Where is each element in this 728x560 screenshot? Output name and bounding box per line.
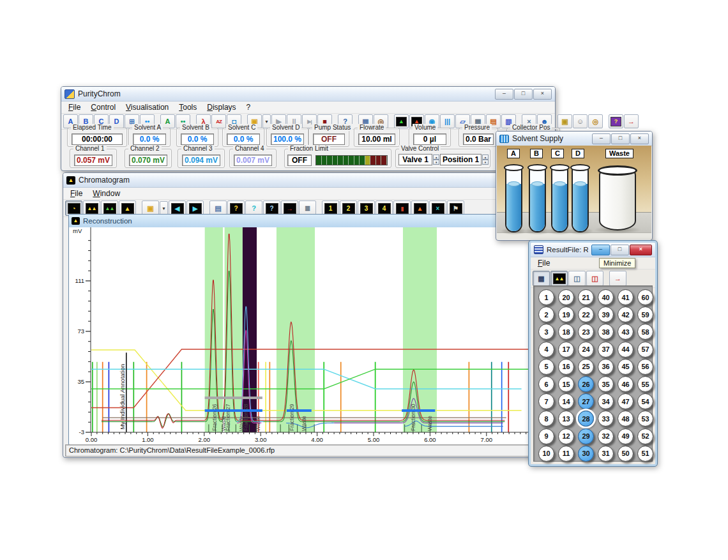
load-vials-button[interactable]: ◫	[568, 271, 586, 286]
vial-22[interactable]: 22	[578, 306, 594, 322]
vial-19[interactable]: 19	[558, 306, 574, 322]
menu-displays[interactable]: Displays	[202, 103, 240, 112]
vial-59[interactable]: 59	[637, 306, 653, 322]
vial-56[interactable]: 56	[637, 359, 653, 375]
valve-spinner[interactable]: ▴▾	[433, 155, 439, 165]
lock-button[interactable]: ▣	[557, 114, 572, 128]
vial-3[interactable]: 3	[538, 324, 554, 340]
vial-33[interactable]: 33	[598, 411, 614, 427]
vial-31[interactable]: 31	[598, 446, 614, 462]
menu-file[interactable]: File	[66, 189, 87, 198]
resultfile-titlebar[interactable]: ResultFile: ResultFile... –□×	[531, 243, 655, 257]
vial-13[interactable]: 13	[558, 411, 574, 427]
vial-6[interactable]: 6	[538, 376, 554, 392]
vial-48[interactable]: 48	[618, 411, 633, 427]
vial-40[interactable]: 40	[598, 289, 614, 305]
vial-50[interactable]: 50	[618, 446, 633, 462]
chromatogram-view-button[interactable]: ▲▲	[550, 271, 568, 286]
vial-54[interactable]: 54	[637, 393, 653, 409]
vial-2[interactable]: 2	[538, 306, 554, 322]
vial-14[interactable]: 14	[558, 393, 574, 409]
help-book-button[interactable]: ?	[609, 114, 623, 128]
add-vials-button[interactable]: ◫	[586, 271, 603, 286]
vial-60[interactable]: 60	[637, 289, 653, 305]
search-folder-button[interactable]: ◎	[588, 114, 603, 128]
menu-control[interactable]: Control	[86, 103, 120, 112]
vial-17[interactable]: 17	[558, 342, 574, 358]
menu-file[interactable]: File	[533, 259, 554, 268]
vial-34[interactable]: 34	[598, 393, 614, 409]
vial-20[interactable]: 20	[558, 289, 574, 305]
vial-11[interactable]: 11	[558, 446, 574, 462]
vial-1[interactable]: 1	[538, 289, 554, 305]
vial-38[interactable]: 38	[598, 324, 614, 340]
vial-41[interactable]: 41	[618, 289, 633, 305]
minimize-button[interactable]: –	[591, 245, 610, 255]
vial-46[interactable]: 46	[618, 376, 633, 392]
menu-[interactable]: ?	[242, 103, 255, 112]
vial-49[interactable]: 49	[618, 428, 633, 444]
vial-45[interactable]: 45	[618, 359, 633, 375]
close-button[interactable]: ×	[630, 133, 649, 144]
vial-18[interactable]: 18	[558, 324, 574, 340]
vial-58[interactable]: 58	[637, 324, 653, 340]
vial-27[interactable]: 27	[578, 393, 594, 409]
vial-53[interactable]: 53	[637, 411, 653, 427]
vial-21[interactable]: 21	[578, 289, 594, 305]
puritychrom-titlebar[interactable]: PurityChrom –□×	[61, 87, 555, 102]
vial-9[interactable]: 9	[538, 428, 554, 444]
solvent-a-value: 0.0 %	[133, 133, 166, 145]
menu-file[interactable]: File	[64, 103, 85, 112]
vial-23[interactable]: 23	[578, 324, 594, 340]
vial-12[interactable]: 12	[558, 428, 574, 444]
vial-5[interactable]: 5	[538, 359, 554, 375]
vial-51[interactable]: 51	[637, 446, 653, 462]
close-button[interactable]: ×	[630, 245, 652, 255]
vial-16[interactable]: 16	[558, 359, 574, 375]
vial-4[interactable]: 4	[538, 342, 554, 358]
vial-37[interactable]: 37	[598, 342, 614, 358]
vial-42[interactable]: 42	[618, 306, 633, 322]
vial-10[interactable]: 10	[538, 446, 554, 462]
vial-8[interactable]: 8	[538, 411, 554, 427]
position-select[interactable]: Position 1	[440, 154, 482, 165]
vial-24[interactable]: 24	[578, 342, 594, 358]
mask-button[interactable]: ☺	[573, 114, 588, 128]
vial-36[interactable]: 36	[598, 359, 614, 375]
vial-55[interactable]: 55	[637, 376, 653, 392]
vial-29[interactable]: 29	[578, 428, 594, 444]
open-chromatogram-button-dropdown[interactable]: ▾	[160, 201, 168, 215]
maximize-button[interactable]: □	[611, 133, 630, 144]
vial-39[interactable]: 39	[598, 306, 614, 322]
grid-view-button[interactable]: ▦	[533, 271, 550, 286]
vial-7[interactable]: 7	[538, 393, 554, 409]
vial-30[interactable]: 30	[578, 446, 594, 462]
vial-26[interactable]: 26	[578, 376, 594, 392]
vial-47[interactable]: 47	[618, 393, 633, 409]
vial-28[interactable]: 28	[578, 411, 594, 427]
minimize-button[interactable]: –	[592, 133, 610, 144]
vial-35[interactable]: 35	[598, 376, 614, 392]
vial-15[interactable]: 15	[558, 376, 574, 392]
solvent-supply-titlebar[interactable]: Solvent Supply –□×	[496, 132, 652, 146]
menu-window[interactable]: Window	[88, 189, 125, 198]
vial-44[interactable]: 44	[618, 342, 633, 358]
vial-52[interactable]: 52	[637, 428, 653, 444]
vial-57[interactable]: 57	[637, 342, 653, 358]
chromatogram-titlebar[interactable]: ▲ Chromatogram	[63, 173, 533, 188]
vial-25[interactable]: 25	[578, 359, 594, 375]
close-button[interactable]: ×	[533, 89, 552, 100]
reconstruction-titlebar[interactable]: ▲ Reconstruction	[69, 215, 533, 228]
position-spinner[interactable]: ▴▾	[482, 155, 489, 165]
vial-43[interactable]: 43	[618, 324, 633, 340]
vial-32[interactable]: 32	[598, 428, 614, 444]
valve-select[interactable]: Valve 1	[398, 154, 432, 165]
exit-button[interactable]: →	[609, 271, 626, 286]
exit-button[interactable]: →	[624, 114, 639, 128]
minimize-button[interactable]: –	[495, 89, 513, 100]
maximize-button[interactable]: □	[610, 245, 629, 255]
maximize-button[interactable]: □	[514, 89, 533, 100]
menu-visualisation[interactable]: Visualisation	[121, 103, 173, 112]
reconstruction-plot[interactable]: My Individual AnnotationFraction 26Waste…	[69, 227, 531, 443]
menu-tools[interactable]: Tools	[174, 103, 201, 112]
